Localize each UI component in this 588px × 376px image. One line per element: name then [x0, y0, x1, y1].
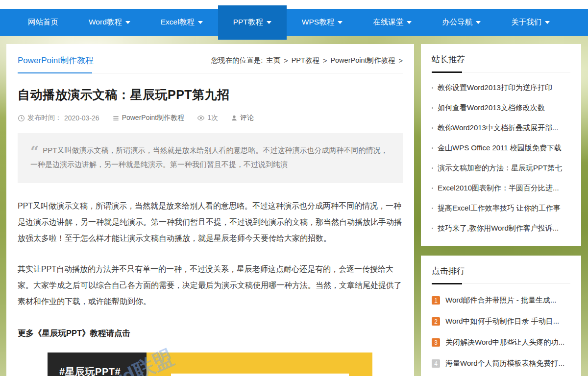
chevron-down-icon — [545, 21, 550, 24]
list-item[interactable]: 3关闭解决Word中那些让人头疼的功... — [432, 338, 570, 347]
list-item[interactable]: 金山WPS Office 2011 校园版免费下载 — [432, 143, 570, 153]
list-item[interactable]: 演示文稿加密的方法：星辰玩PPT第七 — [432, 164, 570, 173]
card-header: PowerPoint制作教程 您现在的位置是: 主页 > PPT教程 > Pow… — [18, 55, 403, 73]
nav-item-wps[interactable]: WPS教程 — [287, 9, 358, 36]
image-yellow-panel: Word联盟 声音: [无声音] 持续时间: 02.00 — [147, 352, 372, 376]
list-item[interactable]: 2Word中如何手动制作目录 手动目... — [432, 317, 570, 326]
breadcrumb-separator: > — [284, 57, 288, 65]
bullet-icon — [432, 228, 433, 229]
page-content: PowerPoint制作教程 您现在的位置是: 主页 > PPT教程 > Pow… — [0, 36, 588, 376]
list-item[interactable]: 教你Word2013中文档折叠或展开部... — [432, 123, 570, 133]
rank-badge: 3 — [432, 338, 440, 347]
rank-badge: 2 — [432, 317, 440, 326]
recommend-header: 站长推荐 — [432, 54, 570, 72]
chevron-down-icon — [476, 21, 481, 24]
view-count: 1次 — [197, 114, 218, 122]
bullet-icon — [432, 188, 433, 189]
rank-badge: 1 — [432, 296, 440, 305]
list-item[interactable]: Excel2010图表制作：半圆百分比进... — [432, 184, 570, 193]
ppt-transition-dialog: 声音: [无声音] 持续时间: 02.00 全部应用 — [171, 374, 349, 376]
section-title-underline — [18, 72, 92, 73]
clock-icon — [18, 115, 25, 122]
publish-date: 2020-03-26 — [64, 114, 99, 122]
bullet-icon — [432, 87, 433, 89]
nav-item-about[interactable]: 关于我们 — [496, 9, 565, 36]
breadcrumb-separator: > — [323, 57, 327, 65]
breadcrumb-link-ppt[interactable]: PPT教程 — [292, 56, 319, 65]
section-title[interactable]: PowerPoint制作教程 — [18, 55, 94, 66]
list-item[interactable]: 技巧来了,教你用Word制作客户投诉... — [432, 224, 570, 233]
title-underline — [432, 283, 462, 284]
title-underline — [432, 71, 462, 73]
quote-icon: “ — [30, 143, 39, 160]
bullet-icon — [432, 208, 433, 209]
chevron-down-icon — [125, 21, 130, 24]
user-icon — [231, 115, 238, 121]
image-brand-panel: #星辰玩PPT# 作者：星辰 微信号：Wordlm123 — [48, 352, 147, 376]
article-title: 自动播放演示文稿：星辰玩PPT第九招 — [18, 87, 403, 103]
nav-item-office-nav[interactable]: 办公导航 — [427, 9, 496, 36]
bullet-icon — [432, 107, 433, 109]
recommend-card: 站长推荐 教你设置Word2013打印为逆序打印 如何查看Word2013文档修… — [421, 44, 581, 246]
breadcrumb-link-category[interactable]: PowerPoint制作教程 — [330, 56, 395, 65]
rank-header: 点击排行 — [432, 265, 570, 284]
nav-item-online-class[interactable]: 在线课堂 — [358, 9, 427, 36]
recommend-title: 站长推荐 — [432, 55, 465, 64]
article-card: PowerPoint制作教程 您现在的位置是: 主页 > PPT教程 > Pow… — [6, 44, 414, 376]
rank-title: 点击排行 — [432, 266, 465, 276]
chevron-down-icon — [407, 21, 412, 24]
brand-tag: #星辰玩PPT# — [59, 365, 147, 376]
comments-link[interactable]: 评论 — [240, 114, 254, 122]
bullet-icon — [432, 167, 433, 169]
rank-list: 1Word邮件合并带照片 - 批量生成... 2Word中如何手动制作目录 手动… — [432, 296, 570, 376]
article-image: #星辰玩PPT# 作者：星辰 微信号：Wordlm123 Word联盟 声音: … — [48, 352, 372, 376]
article-paragraph: 其实让PPT自动播放的方法并不只有单一的一种，不过没关系，星辰老师这点耐心还是有… — [18, 261, 403, 309]
bullet-icon — [432, 127, 433, 129]
rank-badge: 4 — [432, 359, 440, 368]
list-item[interactable]: 4海量Word个人简历模板表格免费打... — [432, 359, 570, 368]
comments: 评论 — [231, 114, 254, 122]
nav-item-excel[interactable]: Excel教程 — [146, 9, 218, 36]
chevron-down-icon — [338, 21, 343, 24]
chevron-down-icon — [198, 21, 203, 24]
list-icon — [112, 115, 120, 122]
list-item[interactable]: 教你设置Word2013打印为逆序打印 — [432, 83, 570, 93]
breadcrumb-separator: > — [399, 57, 403, 65]
article-category: PowerPoint制作教程 — [112, 114, 185, 122]
eye-icon — [197, 115, 205, 121]
publish-time: 发布时间：2020-03-26 — [18, 114, 99, 122]
more-tutorials-line: 更多《星辰玩PPT》教程请点击 — [18, 328, 403, 339]
sidebar: 站长推荐 教你设置Word2013打印为逆序打印 如何查看Word2013文档修… — [421, 44, 581, 376]
breadcrumb: 您现在的位置是: 主页 > PPT教程 > PowerPoint制作教程 > — [211, 56, 403, 65]
article-quote: “PPT又叫做演示文稿，所谓演示，当然就是放来给别人看的意思咯。不过这种演示也分… — [18, 133, 403, 183]
bullet-icon — [432, 147, 433, 149]
article-meta: 发布时间：2020-03-26 PowerPoint制作教程 1次 评论 — [18, 114, 403, 122]
list-item[interactable]: 如何查看Word2013文档修改次数 — [432, 103, 570, 113]
breadcrumb-prefix: 您现在的位置是: — [211, 56, 263, 65]
article-paragraph: PPT又叫做演示文稿，所谓演示，当然就是放来给别人看的意思咯。不过这种演示也分成… — [18, 198, 403, 246]
breadcrumb-link-home[interactable]: 主页 — [266, 56, 280, 65]
nav-item-word[interactable]: Word教程 — [74, 9, 146, 36]
top-strip — [0, 0, 588, 9]
nav-item-ppt[interactable]: PPT教程 — [218, 5, 287, 40]
nav-item-home[interactable]: 网站首页 — [13, 9, 74, 36]
list-item[interactable]: 提高Excel工作效率技巧 让你的工作事 — [432, 204, 570, 213]
recommend-list: 教你设置Word2013打印为逆序打印 如何查看Word2013文档修改次数 教… — [432, 83, 570, 233]
list-item[interactable]: 1Word邮件合并带照片 - 批量生成... — [432, 296, 570, 305]
category-link[interactable]: PowerPoint制作教程 — [122, 114, 185, 122]
main-nav: 网站首页 Word教程 Excel教程 PPT教程 WPS教程 在线课堂 办公导… — [0, 9, 588, 36]
rank-card: 点击排行 1Word邮件合并带照片 - 批量生成... 2Word中如何手动制作… — [421, 256, 581, 376]
chevron-down-icon — [267, 21, 271, 24]
